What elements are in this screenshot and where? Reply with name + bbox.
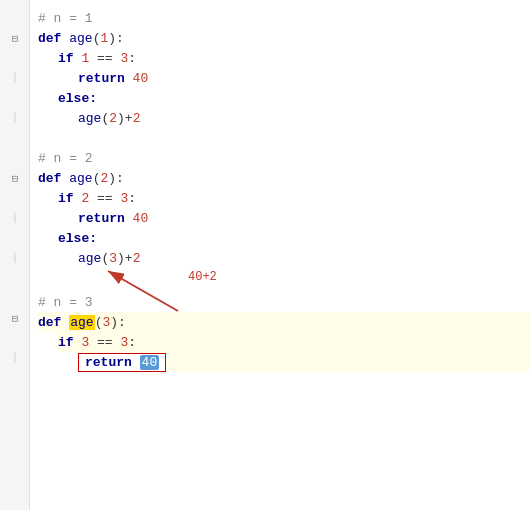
bar-icon-5: │: [12, 353, 17, 363]
kw-return-3: return: [85, 355, 140, 370]
gutter-line-4: │: [0, 68, 30, 88]
paren-call-close-2: ): [117, 251, 125, 266]
fold-arrow-3[interactable]: ⊟: [12, 312, 19, 325]
comment-2: # n = 2: [38, 151, 93, 166]
code-area: # n = 1 def age(1): if 1 == 3: return 40…: [30, 0, 530, 510]
line-8: # n = 2: [38, 148, 530, 168]
num-call-1: 2: [109, 111, 117, 126]
colon-1: :: [128, 51, 136, 66]
fn-call-1: age: [78, 111, 101, 126]
paren-close-2: ):: [108, 171, 124, 186]
line-9: def age(2):: [38, 168, 530, 188]
op-3: ==: [89, 335, 120, 350]
line-17: if 3 == 3:: [58, 332, 530, 352]
fold-arrow-2[interactable]: ⊟: [12, 172, 19, 185]
value-highlight-40: 40: [140, 355, 160, 370]
gutter-line-1: [0, 8, 30, 28]
code-editor: ⊟ │ │ ⊟ │ │ ⊟ │: [0, 0, 530, 510]
line-1: # n = 1: [38, 8, 530, 28]
paren-3: (: [95, 315, 103, 330]
fn-call-2: age: [78, 251, 101, 266]
bar-icon-3: │: [12, 213, 17, 223]
paren-2: (: [93, 171, 101, 186]
line-6: age(2)+2: [78, 108, 530, 128]
kw-def-2: def: [38, 171, 69, 186]
line-13: age(3)+2 40+2: [78, 248, 530, 268]
kw-def-3: def: [38, 315, 69, 330]
line-5: else:: [58, 88, 530, 108]
paren-call-1: (: [101, 111, 109, 126]
num-3-1: 3: [120, 51, 128, 66]
gutter-line-10: [0, 188, 30, 208]
gutter-line-8: [0, 148, 30, 168]
paren-close-1: ):: [108, 31, 124, 46]
gutter-line-3: [0, 48, 30, 68]
num-3-3: 3: [120, 335, 128, 350]
plus-1: +: [125, 111, 133, 126]
bar-icon: │: [12, 73, 17, 83]
gutter-line-18: │: [0, 348, 30, 368]
num-if-3: 3: [81, 335, 89, 350]
gutter-line-15: [0, 288, 30, 308]
fn-age-1: age: [69, 31, 92, 46]
line-10: if 2 == 3:: [58, 188, 530, 208]
kw-if-2: if: [58, 191, 81, 206]
age-highlight: age: [69, 315, 94, 330]
paren-close-3: ):: [110, 315, 126, 330]
fold-arrow-1[interactable]: ⊟: [12, 32, 19, 45]
line-12: else:: [58, 228, 530, 248]
num-call-2: 3: [109, 251, 117, 266]
gutter-line-13: │: [0, 248, 30, 268]
kw-if-1: if: [58, 51, 81, 66]
gutter-line-17: [0, 328, 30, 348]
kw-else-2: else:: [58, 231, 97, 246]
line-14: [38, 268, 530, 292]
fn-age-2: age: [69, 171, 92, 186]
num-plus-2: 2: [133, 251, 141, 266]
paren-call-close-1: ): [117, 111, 125, 126]
num-3b: 3: [102, 315, 110, 330]
colon-3: :: [128, 335, 136, 350]
line-4: return 40: [78, 68, 530, 88]
kw-else-1: else:: [58, 91, 97, 106]
bar-icon-2: │: [12, 113, 17, 123]
kw-return-2: return: [78, 211, 133, 226]
colon-2: :: [128, 191, 136, 206]
gutter-line-9[interactable]: ⊟: [0, 168, 30, 188]
comment-3: # n = 3: [38, 295, 93, 310]
num-1: 1: [100, 31, 108, 46]
paren-1: (: [93, 31, 101, 46]
gutter-line-16[interactable]: ⊟: [0, 308, 30, 328]
return-box: return 40: [78, 353, 166, 372]
num-if-2: 2: [81, 191, 89, 206]
kw-return-1: return: [78, 71, 133, 86]
gutter-line-14: [0, 268, 30, 288]
gutter-line-5: [0, 88, 30, 108]
line-15: # n = 3: [38, 292, 530, 312]
line-7: [38, 128, 530, 148]
num-3-2: 3: [120, 191, 128, 206]
fn-age-3: age: [69, 315, 94, 330]
line-16: def age(3):: [38, 312, 530, 332]
op-1: ==: [89, 51, 120, 66]
gutter-line-11: │: [0, 208, 30, 228]
num-2: 2: [100, 171, 108, 186]
line-11: return 40: [78, 208, 530, 228]
line-18: return 40: [78, 352, 530, 372]
gutter: ⊟ │ │ ⊟ │ │ ⊟ │: [0, 0, 30, 510]
kw-def-1: def: [38, 31, 69, 46]
num-40-1: 40: [133, 71, 149, 86]
comment-1: # n = 1: [38, 11, 93, 26]
plus-2: +: [125, 251, 133, 266]
num-plus-1: 2: [133, 111, 141, 126]
kw-if-3: if: [58, 335, 81, 350]
line-3: if 1 == 3:: [58, 48, 530, 68]
paren-call-2: (: [101, 251, 109, 266]
num-if-1: 1: [81, 51, 89, 66]
gutter-line-2[interactable]: ⊟: [0, 28, 30, 48]
op-2: ==: [89, 191, 120, 206]
gutter-line-12: [0, 228, 30, 248]
gutter-line-7: [0, 128, 30, 148]
line-2: def age(1):: [38, 28, 530, 48]
num-40-2: 40: [133, 211, 149, 226]
